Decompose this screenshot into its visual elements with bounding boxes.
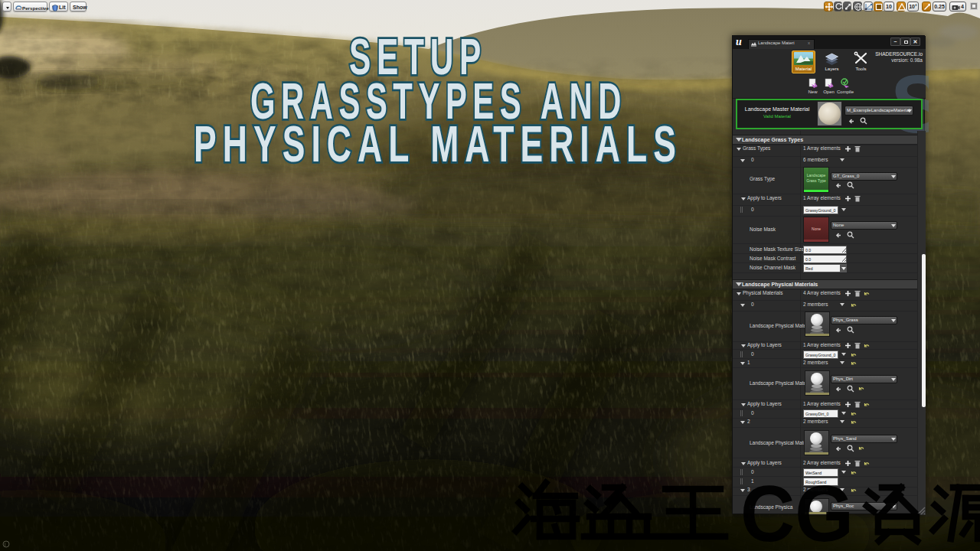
svg-text:i: i [5, 542, 6, 547]
svg-text:CG: CG [740, 470, 854, 551]
